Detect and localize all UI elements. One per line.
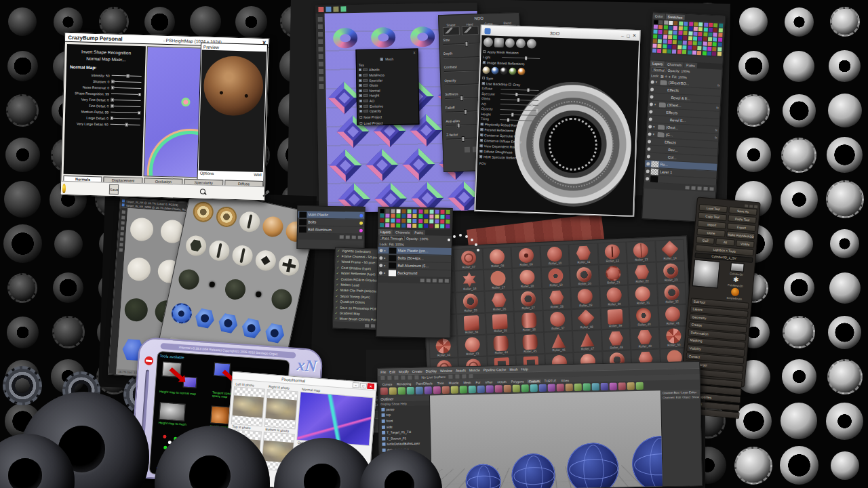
swatch[interactable] xyxy=(391,223,395,227)
tab-icon[interactable] xyxy=(326,7,331,12)
roller-item[interactable]: Roller_45 xyxy=(515,332,545,355)
action-check-icon[interactable]: ✓ xyxy=(335,300,338,304)
roller-item[interactable]: Roller_37 xyxy=(542,309,572,332)
swatch[interactable] xyxy=(658,30,663,34)
swatch[interactable] xyxy=(380,209,384,213)
status-icon[interactable] xyxy=(462,374,466,378)
swatch[interactable] xyxy=(698,41,702,45)
roller-item[interactable]: Roller_17 xyxy=(484,268,513,291)
zbrush-button-visible[interactable]: Visible xyxy=(736,240,755,248)
roller-item[interactable]: Roller_39 xyxy=(600,306,630,329)
slider-handle[interactable] xyxy=(138,93,141,96)
footer-icon[interactable] xyxy=(420,279,425,282)
swatch[interactable] xyxy=(429,224,433,228)
swatch[interactable] xyxy=(688,31,692,35)
swatch[interactable] xyxy=(703,46,707,50)
swatch[interactable] xyxy=(697,46,701,50)
polymesh-star-icon[interactable]: ✱ xyxy=(733,277,739,284)
swatch[interactable] xyxy=(654,20,658,24)
slider-handle[interactable] xyxy=(536,109,538,113)
swatch[interactable] xyxy=(380,214,384,218)
swatch[interactable] xyxy=(694,27,698,31)
swatch[interactable] xyxy=(440,224,444,228)
menu-assets[interactable]: Assets xyxy=(456,368,466,372)
swatch[interactable] xyxy=(712,52,716,56)
swatch[interactable] xyxy=(424,224,428,228)
slider-handle[interactable] xyxy=(528,88,530,92)
mesh-thumbnail[interactable] xyxy=(505,38,515,47)
swatch[interactable] xyxy=(391,209,395,213)
slider-track[interactable] xyxy=(500,119,538,121)
terrain-thumbnail[interactable] xyxy=(159,402,186,422)
slider-track[interactable] xyxy=(500,99,538,101)
swatch[interactable] xyxy=(684,22,688,26)
swatch[interactable] xyxy=(446,210,450,214)
shelf-icon[interactable] xyxy=(618,382,626,390)
wireframe-sphere[interactable] xyxy=(631,435,663,488)
swatch[interactable] xyxy=(709,28,713,32)
footer-icon[interactable] xyxy=(439,279,443,283)
swatch[interactable] xyxy=(692,41,696,45)
maximize-icon[interactable]: □ xyxy=(359,383,367,389)
roller-item[interactable]: Roller_23 xyxy=(656,261,686,284)
swatch[interactable] xyxy=(704,22,708,26)
wireframe-sphere[interactable] xyxy=(465,464,501,488)
zbrush-button-goz[interactable]: GoZ xyxy=(696,237,715,245)
map-checkbox[interactable] xyxy=(359,104,362,107)
roller-item[interactable]: Roller_27 xyxy=(513,289,543,312)
footer-icon[interactable] xyxy=(358,236,362,239)
tab-channels[interactable]: Channels xyxy=(393,229,412,235)
roller-item[interactable]: Roller_26 xyxy=(484,290,514,313)
shelf-icon[interactable] xyxy=(495,385,502,392)
slider-track[interactable] xyxy=(111,100,141,101)
visibility-eye-icon[interactable] xyxy=(648,125,652,128)
roller-item[interactable]: Roller_13 xyxy=(626,241,656,264)
action-check-icon[interactable]: ✓ xyxy=(336,271,340,275)
channelbox-tab-channels[interactable]: Channels xyxy=(663,396,675,399)
swatch[interactable] xyxy=(380,218,384,222)
shelf-tab-toon[interactable]: Toon xyxy=(436,382,446,385)
environment-thumbnail[interactable] xyxy=(509,67,516,75)
tab-icon[interactable] xyxy=(340,6,346,12)
roller-item[interactable]: Roller_30 xyxy=(599,285,629,308)
roller-item[interactable]: Roller_20 xyxy=(570,264,599,287)
minimize-icon[interactable]: – xyxy=(621,33,624,38)
channelbox-tab-show[interactable]: Show xyxy=(692,395,699,399)
swatch[interactable] xyxy=(717,42,722,46)
roller-item[interactable]: Roller_08 xyxy=(482,247,512,270)
tab-layers[interactable]: Layers xyxy=(650,60,665,66)
swatch[interactable] xyxy=(658,39,662,43)
checkbox[interactable] xyxy=(483,61,486,64)
slider-handle[interactable] xyxy=(138,111,141,115)
channelbox-tab-object[interactable]: Object xyxy=(682,395,690,399)
visibility-eye-icon[interactable] xyxy=(646,177,649,180)
roller-item[interactable]: Roller_49 xyxy=(630,327,660,350)
shelf-tab-nhair[interactable]: nHair xyxy=(484,380,494,384)
swatch[interactable] xyxy=(698,37,702,41)
swatch[interactable] xyxy=(391,214,395,218)
swatch[interactable] xyxy=(663,30,667,34)
shelf-tab-polygons[interactable]: Polygons xyxy=(510,380,526,383)
tab-icon[interactable] xyxy=(333,7,338,12)
roller-item[interactable]: Roller_21 xyxy=(598,263,628,286)
shelf-icon[interactable] xyxy=(416,387,423,394)
swatch[interactable] xyxy=(653,34,657,38)
shelf-tab-curves[interactable]: Curves xyxy=(381,383,394,386)
slider-track[interactable] xyxy=(112,75,142,77)
menu-file[interactable]: File xyxy=(380,369,386,373)
normal-map-tile[interactable] xyxy=(296,392,373,446)
mesh-checkbox[interactable] xyxy=(380,58,383,60)
swatch[interactable] xyxy=(698,27,703,31)
shelf-icon[interactable] xyxy=(477,386,485,393)
shelf-icon[interactable] xyxy=(610,383,617,390)
swatch[interactable] xyxy=(688,36,692,40)
right-lit-photo[interactable] xyxy=(264,389,298,429)
shelf-tab-mesh[interactable]: Mesh xyxy=(462,381,472,384)
swatch[interactable] xyxy=(413,214,417,218)
swatch[interactable] xyxy=(657,49,661,53)
swatch[interactable] xyxy=(717,47,722,51)
swatch[interactable] xyxy=(712,47,716,51)
swatch[interactable] xyxy=(397,209,401,214)
visibility-eye-icon[interactable] xyxy=(380,249,383,252)
action-check-icon[interactable]: ✓ xyxy=(334,317,338,321)
